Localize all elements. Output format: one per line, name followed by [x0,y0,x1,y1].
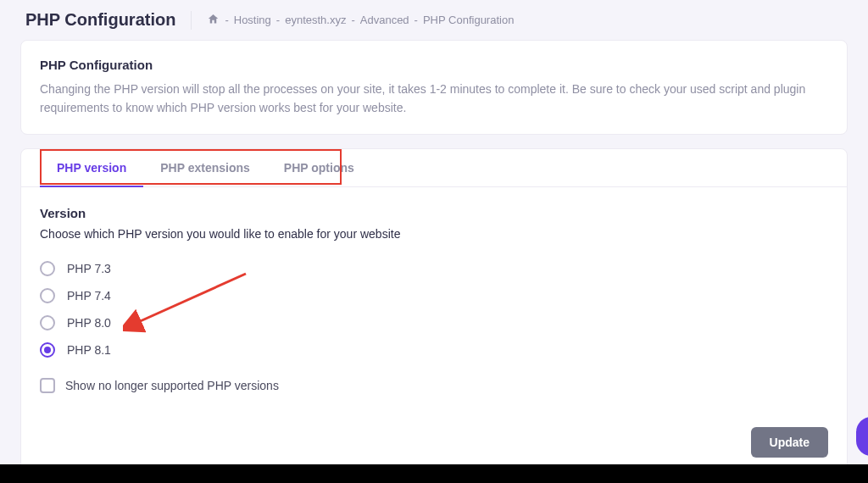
breadcrumb-domain[interactable]: eyntesth.xyz [285,14,346,26]
radio-php-7-3[interactable]: PHP 7.3 [40,261,828,276]
checkbox-label: Show no longer supported PHP versions [65,379,279,392]
update-button[interactable]: Update [751,427,828,458]
info-card: PHP Configuration Changing the PHP versi… [20,40,848,135]
tab-panel-version: Version Choose which PHP version you wou… [21,187,847,427]
floating-help-button[interactable] [856,417,868,456]
version-desc: Choose which PHP version you would like … [40,227,828,241]
breadcrumb-sep: - [276,14,280,26]
breadcrumb-current: PHP Configuration [423,14,514,26]
radio-label: PHP 8.1 [67,343,111,357]
radio-label: PHP 8.0 [67,316,111,330]
breadcrumb[interactable]: - Hosting - eyntesth.xyz - Advanced - PH… [207,13,514,28]
radio-icon [40,342,55,358]
breadcrumb-advanced[interactable]: Advanced [360,14,409,26]
radio-php-7-4[interactable]: PHP 7.4 [40,288,828,303]
radio-icon [40,261,55,276]
breadcrumb-hosting[interactable]: Hosting [234,14,271,26]
radio-icon [40,315,55,330]
page-title: PHP Configuration [25,10,175,30]
radio-icon [40,288,55,303]
tab-php-extensions[interactable]: PHP extensions [143,149,267,186]
version-title: Version [40,206,828,220]
breadcrumb-sep: - [351,14,354,26]
breadcrumb-sep: - [415,14,418,26]
radio-dot-icon [44,347,51,353]
info-card-title: PHP Configuration [40,58,828,72]
header-divider [191,11,192,30]
checkbox-icon[interactable] [40,378,55,393]
breadcrumb-sep: - [225,14,228,26]
tabs-container: PHP version PHP extensions PHP options [21,149,847,187]
radio-php-8-0[interactable]: PHP 8.0 [40,315,828,330]
info-card-desc: Changing the PHP version will stop all t… [40,80,828,117]
window-bottom-bar [0,464,868,483]
tab-php-version[interactable]: PHP version [40,149,143,186]
radio-php-8-1[interactable]: PHP 8.1 [40,342,828,358]
radio-label: PHP 7.3 [67,262,111,275]
show-unsupported-row[interactable]: Show no longer supported PHP versions [40,378,828,393]
radio-list: PHP 7.3 PHP 7.4 PHP 8.0 PHP 8.1 [40,261,828,358]
main-card: PHP version PHP extensions PHP options V… [20,148,848,474]
radio-label: PHP 7.4 [67,289,111,303]
tab-php-options[interactable]: PHP options [267,149,371,186]
header: PHP Configuration - Hosting - eyntesth.x… [0,0,868,40]
home-icon[interactable] [207,13,220,28]
